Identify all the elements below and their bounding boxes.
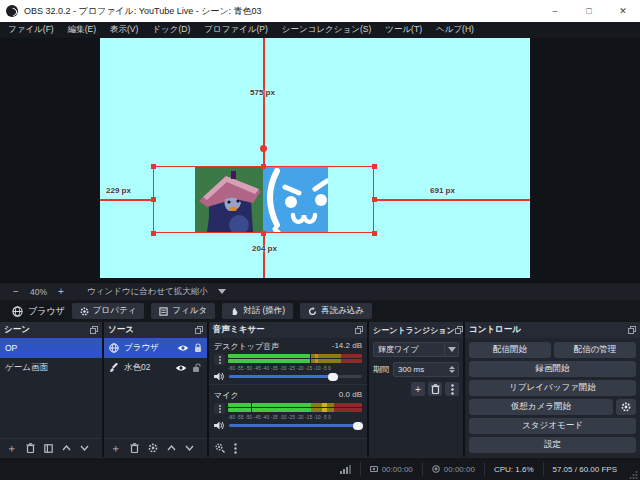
gear-icon xyxy=(80,307,89,316)
handle-mid-right[interactable] xyxy=(372,197,377,202)
move-source-down-button[interactable] xyxy=(185,445,194,451)
controls-panel-header[interactable]: コントロール xyxy=(465,322,640,338)
handle-top-center[interactable] xyxy=(261,164,266,169)
filters-button[interactable]: フィルタ xyxy=(151,303,215,319)
menu-tools[interactable]: ツール(T) xyxy=(385,24,422,36)
obs-window: OBS 32.0.2 - プロファイル: YouTube Live - シーン:… xyxy=(0,0,640,480)
selection-box[interactable] xyxy=(153,166,374,233)
manage-broadcast-button[interactable]: 配信の管理 xyxy=(554,342,636,358)
globe-icon xyxy=(109,343,119,353)
start-recording-button[interactable]: 録画開始 xyxy=(469,361,636,377)
minimize-button[interactable]: – xyxy=(538,0,572,22)
reload-button[interactable]: 再読み込み xyxy=(300,303,372,319)
handle-top-right[interactable] xyxy=(372,164,377,169)
channel-menu-button[interactable] xyxy=(214,354,225,365)
title-bar[interactable]: OBS 32.0.2 - プロファイル: YouTube Live - シーン:… xyxy=(0,0,640,22)
interact-button[interactable]: 対話 (操作) xyxy=(222,303,293,319)
globe-icon xyxy=(12,306,23,317)
eye-icon[interactable] xyxy=(177,344,189,352)
remove-source-button[interactable] xyxy=(130,443,139,453)
menu-scene-collection[interactable]: シーンコレクション(S) xyxy=(282,24,371,36)
record-timer: 00:00:00 xyxy=(422,462,484,476)
source-properties-button[interactable] xyxy=(148,443,158,453)
remove-transition-button[interactable] xyxy=(428,382,442,396)
maximize-button[interactable]: □ xyxy=(572,0,606,22)
popout-icon xyxy=(90,326,98,334)
add-transition-button[interactable]: + xyxy=(411,382,425,396)
transitions-panel-header[interactable]: シーントランジション xyxy=(369,322,463,338)
cpu-usage: CPU: 1.6% xyxy=(484,462,543,476)
move-source-up-button[interactable] xyxy=(167,445,176,451)
signal-bars-icon xyxy=(340,465,351,474)
advanced-audio-icon[interactable] xyxy=(215,443,225,453)
scene-label: ゲーム画面 xyxy=(5,362,48,374)
handle-top-left[interactable] xyxy=(151,164,156,169)
kebab-menu-icon[interactable] xyxy=(234,443,237,454)
transition-select[interactable]: 輝度ワイプ xyxy=(373,342,459,357)
studio-mode-button[interactable]: スタジオモード xyxy=(469,418,636,434)
scenes-panel-header[interactable]: シーン xyxy=(0,322,102,338)
zoom-out-button[interactable]: − xyxy=(10,286,22,297)
add-source-button[interactable]: ＋ xyxy=(110,443,121,454)
handle-bottom-center[interactable] xyxy=(261,231,266,236)
guide-line-bottom xyxy=(263,233,265,278)
filter-icon xyxy=(159,307,168,316)
speaker-icon[interactable] xyxy=(214,421,225,430)
move-scene-down-button[interactable] xyxy=(80,445,89,451)
filters-label: フィルタ xyxy=(172,305,207,317)
start-streaming-button[interactable]: 配信開始 xyxy=(469,342,551,358)
spin-down-icon[interactable] xyxy=(449,370,455,373)
handle-bottom-right[interactable] xyxy=(372,231,377,236)
preview-canvas[interactable]: 575 px 229 px 691 px 204 px xyxy=(100,38,530,278)
sources-panel-header[interactable]: ソース xyxy=(104,322,207,338)
guide-label-left: 229 px xyxy=(106,186,131,195)
speaker-icon[interactable] xyxy=(214,372,225,381)
scene-item-op[interactable]: OP xyxy=(0,338,102,358)
handle-mid-left[interactable] xyxy=(151,197,156,202)
menu-profile[interactable]: プロファイル(P) xyxy=(204,24,268,36)
slider-handle[interactable] xyxy=(353,422,363,430)
source-item-mizuiro02[interactable]: 水色02 xyxy=(104,358,207,378)
properties-button[interactable]: プロパティ xyxy=(72,303,145,319)
menu-view[interactable]: 表示(V) xyxy=(110,24,138,36)
menu-file[interactable]: ファイル(F) xyxy=(8,24,54,36)
settings-button[interactable]: 設定 xyxy=(469,437,636,453)
virtual-camera-settings-button[interactable] xyxy=(616,399,636,415)
menu-help[interactable]: ヘルプ(H) xyxy=(436,24,474,36)
duration-spinbox[interactable]: 300 ms xyxy=(393,362,459,377)
remove-scene-button[interactable] xyxy=(26,443,35,453)
scene-item-game[interactable]: ゲーム画面 xyxy=(0,358,102,378)
rotate-handle[interactable] xyxy=(260,145,267,152)
start-replay-buffer-button[interactable]: リプレイバッファ開始 xyxy=(469,380,636,396)
menu-docks[interactable]: ドック(D) xyxy=(152,24,190,36)
fit-to-window-dropdown[interactable]: ウィンドウに合わせて拡大縮小 xyxy=(81,284,232,300)
record-icon xyxy=(432,465,440,473)
stream-time: 00:00:00 xyxy=(382,465,413,474)
brush-icon xyxy=(109,363,119,373)
channel-menu-button[interactable] xyxy=(214,403,225,414)
unlock-icon[interactable] xyxy=(192,363,202,373)
refresh-icon xyxy=(308,307,317,316)
close-button[interactable]: ✕ xyxy=(606,0,640,22)
eye-icon[interactable] xyxy=(175,364,187,372)
mixer-panel-header[interactable]: 音声ミキサー xyxy=(209,322,367,338)
move-scene-up-button[interactable] xyxy=(62,445,71,451)
add-scene-button[interactable]: ＋ xyxy=(6,443,17,454)
slider-handle[interactable] xyxy=(328,373,338,381)
zoom-in-button[interactable]: + xyxy=(55,286,67,297)
volume-slider[interactable] xyxy=(229,424,362,427)
chevron-down-icon xyxy=(448,347,456,352)
lock-icon[interactable] xyxy=(194,343,202,353)
scene-filters-button[interactable] xyxy=(44,444,53,453)
transition-properties-button[interactable] xyxy=(445,382,459,396)
start-virtual-camera-button[interactable]: 仮想カメラ開始 xyxy=(469,399,613,415)
handle-bottom-left[interactable] xyxy=(151,231,156,236)
source-item-browser[interactable]: ブラウザ xyxy=(104,338,207,358)
fps-counter: 57.05 / 60.00 FPS xyxy=(543,462,627,476)
popout-icon xyxy=(628,326,636,334)
menu-edit[interactable]: 編集(E) xyxy=(68,24,96,36)
spin-up-icon[interactable] xyxy=(449,366,455,369)
resize-grip[interactable] xyxy=(628,470,638,480)
obs-app-icon xyxy=(6,5,18,17)
volume-slider[interactable] xyxy=(229,375,362,378)
